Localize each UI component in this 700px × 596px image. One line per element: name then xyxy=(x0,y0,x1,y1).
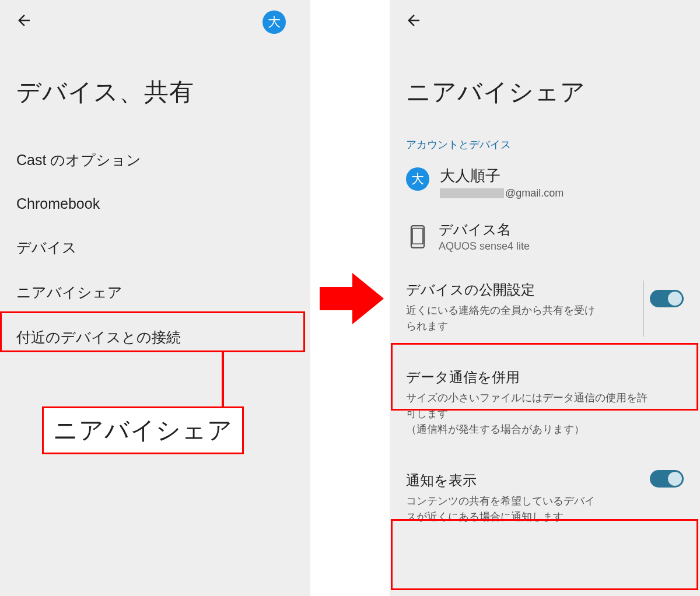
page-title: デバイス、共有 xyxy=(0,41,310,138)
section-header-account-device: アカウントとデバイス xyxy=(390,138,700,160)
device-info: デバイス名 AQUOS sense4 lite xyxy=(439,220,530,253)
setting-title: デバイスの公開設定 xyxy=(406,281,684,299)
annotation-connector xyxy=(222,352,224,408)
profile-avatar[interactable]: 大 xyxy=(262,10,286,34)
svg-marker-0 xyxy=(320,273,384,324)
svg-rect-1 xyxy=(411,226,424,248)
avatar-initial: 大 xyxy=(268,13,281,31)
avatar-initial: 大 xyxy=(411,170,424,188)
annotation-highlight-nearby-share-item xyxy=(0,311,305,352)
topbar: 大 xyxy=(0,0,310,41)
device-name-row[interactable]: デバイス名 AQUOS sense4 lite xyxy=(390,211,700,270)
screen-devices-sharing: 大 デバイス、共有 Cast のオプション Chromebook デバイス ニア… xyxy=(0,0,310,596)
setting-title: 通知を表示 xyxy=(406,471,684,490)
toggle-show-notification[interactable] xyxy=(650,470,684,488)
account-email: @gmail.com xyxy=(440,187,564,199)
setting-device-visibility[interactable]: デバイスの公開設定 近くにいる連絡先の全員から共有を受けられます xyxy=(390,270,700,347)
phone-icon xyxy=(410,225,426,248)
back-arrow-icon[interactable] xyxy=(15,12,33,29)
toggle-knob xyxy=(668,292,682,306)
page-title: ニアバイシェア xyxy=(390,41,700,138)
device-name-label: デバイス名 xyxy=(439,220,530,239)
toggle-knob xyxy=(668,472,682,486)
account-name: 大人順子 xyxy=(440,166,564,186)
email-domain: @gmail.com xyxy=(505,187,564,199)
email-redacted-mask xyxy=(440,188,504,198)
menu-item-chromebook[interactable]: Chromebook xyxy=(0,183,310,225)
menu-item-cast[interactable]: Cast のオプション xyxy=(0,138,310,183)
svg-rect-2 xyxy=(412,228,423,244)
menu-item-devices[interactable]: デバイス xyxy=(0,225,310,270)
account-avatar: 大 xyxy=(406,167,429,191)
menu-item-nearby-share[interactable]: ニアバイシェア xyxy=(0,270,310,315)
toggle-device-visibility[interactable] xyxy=(650,290,684,307)
setting-desc: 近くにいる連絡先の全員から共有を受けられます xyxy=(406,303,604,334)
arrow-icon xyxy=(320,271,385,327)
callout-text: ニアバイシェア xyxy=(53,416,233,444)
account-row[interactable]: 大 大人順子 @gmail.com xyxy=(390,160,700,211)
annotation-callout-nearby-share: ニアバイシェア xyxy=(42,406,244,454)
topbar xyxy=(390,0,700,41)
back-arrow-icon[interactable] xyxy=(405,12,422,29)
annotation-highlight-device-visibility xyxy=(391,343,698,411)
account-info: 大人順子 @gmail.com xyxy=(440,166,564,199)
screen-nearby-share-settings: ニアバイシェア アカウントとデバイス 大 大人順子 @gmail.com デバイ… xyxy=(390,0,700,596)
toggle-divider xyxy=(643,281,644,336)
device-name-value: AQUOS sense4 lite xyxy=(439,240,530,253)
annotation-highlight-show-notification xyxy=(391,519,698,590)
